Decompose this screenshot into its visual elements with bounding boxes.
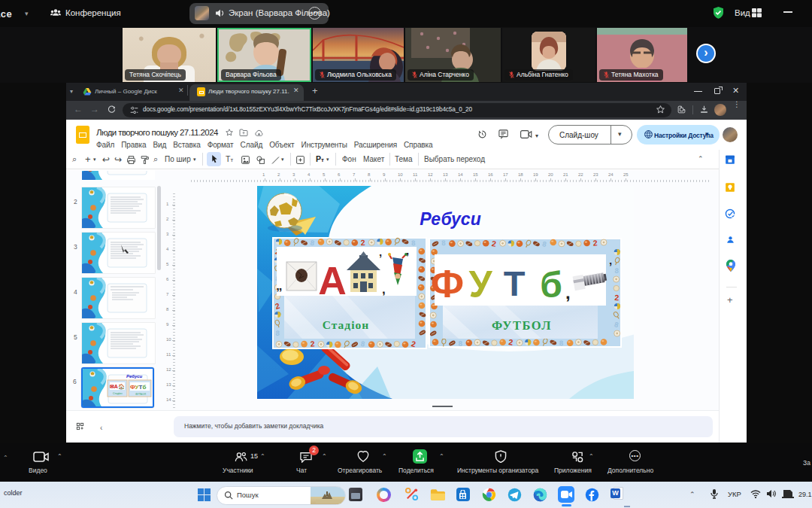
svg-text:2: 2 xyxy=(614,293,620,302)
svg-text:,: , xyxy=(565,282,571,303)
svg-text:8: 8 xyxy=(275,329,280,337)
svg-text:А: А xyxy=(318,259,347,303)
svg-text:2: 2 xyxy=(360,238,365,247)
svg-text:ФУТб: ФУТб xyxy=(130,384,146,391)
svg-text:2: 2 xyxy=(592,238,598,247)
svg-text:Ф: Ф xyxy=(431,262,464,306)
svg-text:8: 8 xyxy=(459,339,462,348)
svg-text:’: ’ xyxy=(609,260,612,272)
svg-text:Т: Т xyxy=(504,263,526,303)
svg-text:2: 2 xyxy=(310,339,315,348)
svg-text:У: У xyxy=(468,263,492,306)
svg-text:ФУТБОЛ: ФУТБОЛ xyxy=(492,318,552,333)
svg-text:ФУТБОЛ: ФУТБОЛ xyxy=(135,393,147,396)
svg-text:8: 8 xyxy=(614,266,619,275)
svg-text:Стадіон: Стадіон xyxy=(323,318,369,331)
svg-text:Ребуси: Ребуси xyxy=(420,209,480,229)
svg-text:✉А🏠: ✉А🏠 xyxy=(110,383,125,390)
svg-text:Ребуси: Ребуси xyxy=(126,374,143,379)
svg-text:Стадіон: Стадіон xyxy=(113,392,123,395)
svg-text:8: 8 xyxy=(411,239,416,247)
svg-text:’: ’ xyxy=(406,250,409,263)
svg-text:„: „ xyxy=(276,278,283,293)
svg-text:,: , xyxy=(382,282,386,297)
svg-text:8: 8 xyxy=(559,339,563,347)
svg-text:8: 8 xyxy=(441,239,446,247)
svg-text:б: б xyxy=(540,265,562,305)
svg-text:’: ’ xyxy=(379,251,382,264)
